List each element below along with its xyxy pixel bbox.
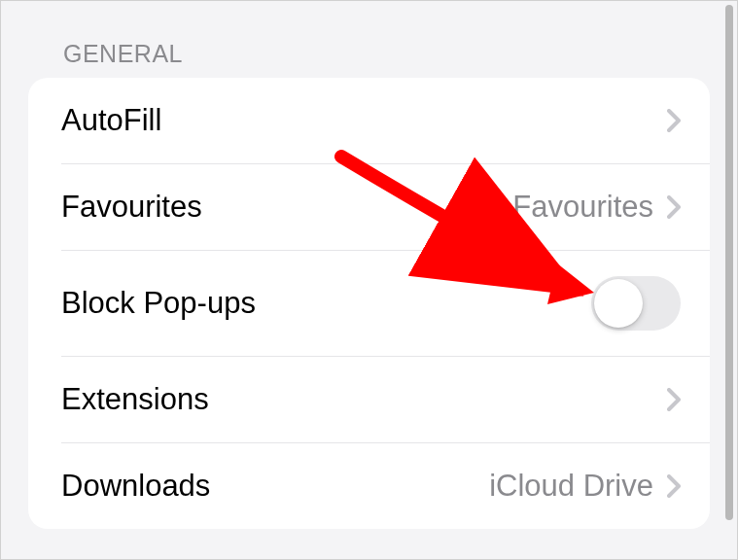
chevron-right-icon (667, 474, 681, 498)
row-right: Favourites (512, 190, 681, 225)
row-right (667, 109, 681, 132)
settings-row-downloads[interactable]: Downloads iCloud Drive (28, 443, 710, 529)
row-right (591, 276, 681, 331)
row-right (667, 388, 681, 411)
row-label-block-popups: Block Pop-ups (61, 286, 256, 321)
row-right: iCloud Drive (489, 469, 681, 504)
settings-row-favourites[interactable]: Favourites Favourites (28, 164, 710, 250)
section-header-general: GENERAL (1, 1, 737, 78)
row-label-extensions: Extensions (61, 382, 209, 417)
chevron-right-icon (667, 195, 681, 219)
row-value-favourites: Favourites (512, 190, 653, 225)
toggle-knob (594, 279, 643, 328)
chevron-right-icon (667, 109, 681, 132)
row-label-downloads: Downloads (61, 469, 210, 504)
scrollbar[interactable] (725, 5, 733, 520)
settings-row-extensions[interactable]: Extensions (28, 357, 710, 442)
settings-row-autofill[interactable]: AutoFill (28, 78, 710, 163)
row-value-downloads: iCloud Drive (489, 469, 653, 504)
chevron-right-icon (667, 388, 681, 411)
toggle-block-popups[interactable] (591, 276, 681, 331)
row-label-favourites: Favourites (61, 190, 202, 225)
settings-group-general: AutoFill Favourites Favourites Block Pop… (28, 78, 710, 529)
settings-row-block-popups[interactable]: Block Pop-ups (28, 251, 710, 356)
row-label-autofill: AutoFill (61, 103, 161, 138)
